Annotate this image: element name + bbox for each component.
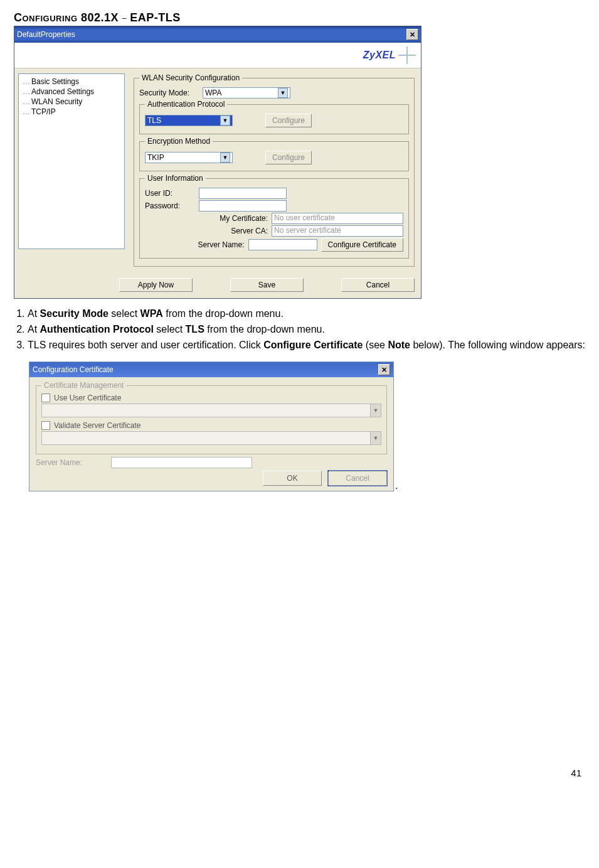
default-properties-window: DefaultProperties ✕ ZyXEL Basic Settings… (14, 26, 421, 299)
configure-certificate-button[interactable]: Configure Certificate (321, 238, 403, 252)
zyxel-logo-text: ZyXEL (363, 50, 396, 61)
heading-code: 802.1X (81, 11, 119, 24)
window-titlebar: DefaultProperties ✕ (14, 26, 421, 43)
encryption-configure-button[interactable]: Configure (265, 151, 312, 164)
window-title: DefaultProperties (17, 30, 75, 39)
validate-server-cert-checkbox[interactable] (41, 421, 50, 430)
validate-server-cert-label: Validate Server Certificate (54, 421, 141, 430)
tree-item-basic[interactable]: Basic Settings (23, 77, 120, 87)
step-3: TLS requires both server and user certif… (28, 339, 585, 352)
trailing-period: . (395, 480, 398, 491)
certificate-management-group: Certificate Management Use User Certific… (36, 381, 387, 454)
chevron-down-icon: ▼ (278, 88, 288, 98)
serverca-label: Server CA: (231, 227, 268, 235)
wlan-security-legend: WLAN Security Configuration (139, 73, 242, 82)
encryption-method-group: Encryption Method TKIP ▼ Configure (139, 137, 409, 171)
userid-label: User ID: (145, 189, 195, 198)
configuration-certificate-window: Configuration Certificate ✕ Certificate … (29, 362, 394, 491)
server-cert-dropdown[interactable]: ▼ (41, 431, 381, 445)
tree-item-wlan[interactable]: WLAN Security (23, 97, 120, 107)
heading-dash: – (122, 14, 127, 23)
settings-tree[interactable]: Basic Settings Advanced Settings WLAN Se… (18, 73, 125, 249)
password-label: Password: (145, 201, 195, 210)
close-icon[interactable]: ✕ (406, 29, 418, 40)
logo-row: ZyXEL (14, 43, 421, 68)
use-user-cert-checkbox[interactable] (41, 394, 50, 402)
section-heading: Configuring 802.1X – EAP-TLS (14, 11, 585, 24)
step-1: At Security Mode select WPA from the dro… (28, 308, 585, 321)
auth-protocol-dropdown[interactable]: TLS ▼ (145, 115, 233, 126)
chevron-down-icon: ▼ (220, 115, 230, 126)
chevron-down-icon: ▼ (370, 404, 381, 417)
heading-configuring: Configuring (14, 11, 78, 24)
userid-field[interactable] (199, 188, 287, 199)
apply-now-button[interactable]: Apply Now (119, 278, 193, 292)
wlan-security-group: WLAN Security Configuration Security Mod… (134, 73, 415, 267)
serverca-field[interactable]: No server certificate (272, 225, 403, 237)
tree-item-advanced[interactable]: Advanced Settings (23, 87, 120, 97)
servername-field[interactable] (248, 239, 317, 250)
auth-protocol-group: Authentication Protocol TLS ▼ Configure (139, 100, 409, 134)
step-2: At Authentication Protocol select TLS fr… (28, 323, 585, 336)
zyxel-logo: ZyXEL (363, 46, 416, 64)
auth-configure-button[interactable]: Configure (265, 114, 312, 127)
cancel-button[interactable]: Cancel (341, 278, 415, 292)
tree-item-tcpip[interactable]: TCP/IP (23, 107, 120, 117)
use-user-cert-label: Use User Certificate (54, 394, 121, 402)
server-name2-field[interactable] (111, 457, 252, 468)
chevron-down-icon: ▼ (220, 153, 230, 163)
star-icon (398, 46, 416, 64)
auth-protocol-value: TLS (147, 116, 161, 125)
cancel-cert-button[interactable]: Cancel (328, 471, 387, 486)
password-field[interactable] (199, 200, 287, 212)
close-icon[interactable]: ✕ (378, 364, 390, 375)
page-number: 41 (14, 768, 585, 778)
auth-protocol-legend: Authentication Protocol (145, 100, 227, 109)
ok-button[interactable]: OK (263, 471, 322, 486)
mycert-field[interactable]: No user certificate (272, 213, 403, 224)
cert-window-title: Configuration Certificate (33, 365, 114, 374)
security-mode-dropdown[interactable]: WPA ▼ (203, 87, 290, 99)
mycert-label: My Certificate: (220, 214, 268, 223)
user-cert-dropdown[interactable]: ▼ (41, 404, 381, 417)
encryption-method-legend: Encryption Method (145, 137, 213, 146)
bottom-button-row: Apply Now Save Cancel (14, 274, 421, 298)
security-mode-label: Security Mode: (139, 88, 199, 97)
servername-label: Server Name: (198, 240, 245, 249)
heading-eaptls: EAP-TLS (130, 11, 181, 24)
chevron-down-icon: ▼ (370, 432, 381, 444)
server-name2-label: Server Name: (36, 458, 105, 467)
user-info-legend: User Information (145, 174, 206, 183)
encryption-dropdown[interactable]: TKIP ▼ (145, 152, 233, 163)
encryption-value: TKIP (147, 153, 164, 162)
security-mode-value: WPA (205, 88, 221, 97)
user-info-group: User Information User ID: Password: My C… (139, 174, 409, 259)
cert-window-titlebar: Configuration Certificate ✕ (29, 362, 393, 377)
save-button[interactable]: Save (230, 278, 304, 292)
instruction-list: At Security Mode select WPA from the dro… (14, 308, 585, 351)
certificate-management-legend: Certificate Management (41, 381, 126, 390)
